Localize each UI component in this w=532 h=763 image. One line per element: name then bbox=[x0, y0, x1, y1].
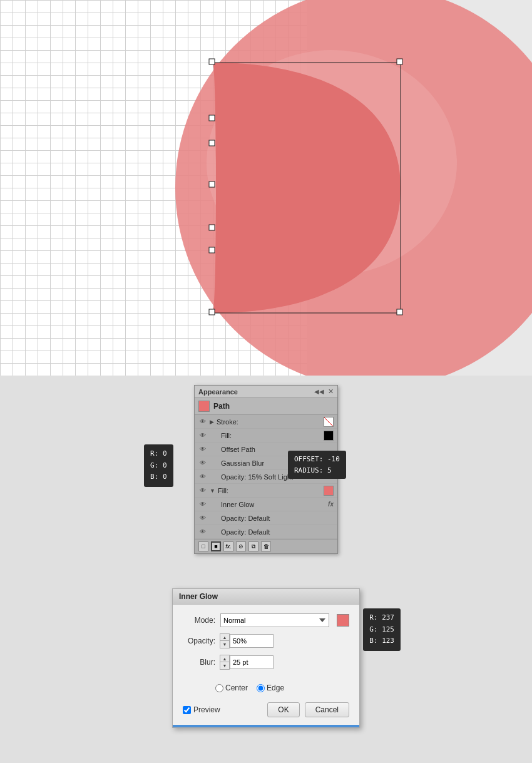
dialog-buttons: OK Cancel bbox=[267, 702, 349, 717]
blur-up[interactable]: ▲ bbox=[220, 655, 229, 662]
svg-rect-8 bbox=[209, 182, 215, 187]
stroke-label: Stroke: bbox=[217, 418, 321, 426]
fill-red-eye-icon[interactable]: 👁 bbox=[198, 486, 207, 495]
opacity-default-2-label[interactable]: Opacity: Default bbox=[221, 528, 334, 536]
blur-row: Blur: ▲ ▼ bbox=[183, 655, 349, 670]
opacity-spinner-arrows[interactable]: ▲ ▼ bbox=[220, 633, 230, 648]
offset-tooltip: OFFSET: -10 RADIUS: 5 bbox=[288, 451, 346, 479]
titlebar-controls: ◀◀ ✕ bbox=[314, 387, 334, 396]
mode-select[interactable]: Normal bbox=[220, 613, 329, 627]
dialog-r: R: 237 bbox=[369, 612, 394, 624]
dialog-body: Mode: Normal R: 237 G: 125 B: 123 Opac bbox=[173, 605, 359, 684]
appearance-bottom-bar: □ ■ fx. ⊘ ⧉ 🗑 bbox=[195, 539, 337, 553]
dialog-rgb-display: R: 237 G: 125 B: 123 bbox=[363, 608, 401, 651]
stroke-eye-icon[interactable]: 👁 bbox=[198, 417, 207, 426]
blur-spinner-arrows[interactable]: ▲ ▼ bbox=[220, 655, 230, 670]
selected-item-icon[interactable]: ■ bbox=[211, 541, 221, 551]
dialog-title: Inner Glow bbox=[179, 592, 218, 601]
opacity-up[interactable]: ▲ bbox=[220, 634, 229, 641]
path-label: Path bbox=[213, 402, 230, 411]
opacity-label: Opacity: bbox=[183, 637, 220, 645]
edge-radio-label[interactable]: Edge bbox=[257, 684, 284, 692]
opacity-spinner: ▲ ▼ bbox=[220, 633, 274, 648]
dialog-titlebar: Inner Glow bbox=[173, 589, 359, 605]
svg-rect-7 bbox=[209, 140, 215, 146]
radio-row: Center Edge bbox=[215, 684, 359, 692]
svg-rect-6 bbox=[209, 115, 215, 121]
fill-red-swatch[interactable] bbox=[324, 486, 334, 496]
appearance-titlebar: Appearance ◀◀ ✕ bbox=[195, 386, 337, 398]
mode-row: Mode: Normal R: 237 G: 125 B: 123 bbox=[183, 613, 349, 627]
svg-rect-12 bbox=[397, 59, 402, 64]
rgb-b-value: B: 0 bbox=[150, 471, 167, 483]
opacity3-eye-icon[interactable]: 👁 bbox=[198, 528, 207, 536]
stroke-row: 👁 ▶ Stroke: bbox=[195, 415, 337, 429]
duplicate-icon[interactable]: ⧉ bbox=[248, 541, 258, 551]
mode-label: Mode: bbox=[183, 616, 220, 625]
opacity2-eye-icon[interactable]: 👁 bbox=[198, 514, 207, 523]
svg-rect-10 bbox=[209, 247, 215, 253]
offset-value: OFFSET: -10 bbox=[294, 454, 340, 465]
dialog-footer: Preview OK Cancel bbox=[173, 700, 359, 725]
fill-label: Fill: bbox=[221, 432, 321, 439]
svg-rect-11 bbox=[209, 309, 215, 315]
blur-input[interactable] bbox=[230, 655, 274, 669]
blur-label: Blur: bbox=[183, 658, 220, 667]
inner-glow-row: 👁 Inner Glow fx bbox=[195, 498, 337, 511]
svg-rect-5 bbox=[209, 59, 215, 64]
gaussian-eye-icon[interactable]: 👁 bbox=[198, 459, 207, 468]
blur-spinner: ▲ ▼ bbox=[220, 655, 274, 670]
stroke-expand[interactable]: ▶ bbox=[210, 419, 214, 425]
rgb-g-value: G: 0 bbox=[150, 460, 167, 472]
fill-black-row: 👁 Fill: bbox=[195, 429, 337, 443]
fx-bottom-icon[interactable]: fx. bbox=[223, 541, 233, 551]
mode-wrapper: Normal R: 237 G: 125 B: 123 bbox=[220, 613, 349, 627]
blur-down[interactable]: ▼ bbox=[220, 662, 229, 669]
svg-rect-9 bbox=[209, 225, 215, 230]
dialog-g: G: 125 bbox=[369, 624, 394, 636]
opacity-default-2-row: 👁 Opacity: Default bbox=[195, 525, 337, 539]
cancel-button[interactable]: Cancel bbox=[305, 702, 349, 717]
rgb-tooltip: R: 0 G: 0 B: 0 bbox=[144, 444, 173, 487]
offset-eye-icon[interactable]: 👁 bbox=[198, 445, 207, 454]
radius-value: RADIUS: 5 bbox=[294, 465, 340, 476]
close-icon[interactable]: ✕ bbox=[328, 387, 334, 396]
fill-red-label: Fill: bbox=[218, 487, 321, 494]
opacity-default-1-row: 👁 Opacity: Default bbox=[195, 511, 337, 525]
canvas-shape bbox=[94, 0, 532, 376]
opacity-down[interactable]: ▼ bbox=[220, 641, 229, 648]
ok-button[interactable]: OK bbox=[267, 702, 299, 717]
center-radio[interactable] bbox=[215, 684, 223, 692]
panels-area: Appearance ◀◀ ✕ Path 👁 ▶ Stroke: 👁 Fill: bbox=[0, 376, 532, 763]
edge-radio[interactable] bbox=[257, 684, 265, 692]
appearance-panel-title: Appearance bbox=[198, 388, 238, 396]
preview-checkbox-label[interactable]: Preview bbox=[183, 705, 220, 714]
fill-red-expand[interactable]: ▼ bbox=[210, 488, 215, 494]
inner-glow-label[interactable]: Inner Glow bbox=[221, 501, 325, 508]
dialog-b: B: 123 bbox=[369, 635, 394, 647]
path-color-swatch[interactable] bbox=[198, 401, 210, 412]
preview-checkbox[interactable] bbox=[183, 706, 191, 714]
opacity-input[interactable] bbox=[230, 634, 274, 648]
svg-rect-13 bbox=[397, 309, 402, 315]
fx-icon: fx bbox=[328, 501, 334, 508]
opacity1-eye-icon[interactable]: 👁 bbox=[198, 473, 207, 481]
stroke-swatch[interactable] bbox=[324, 417, 334, 427]
opacity-row: Opacity: ▲ ▼ bbox=[183, 633, 349, 648]
rgb-r-value: R: 0 bbox=[150, 448, 167, 460]
inner-glow-eye-icon[interactable]: 👁 bbox=[198, 500, 207, 509]
opacity-default-1-label[interactable]: Opacity: Default bbox=[221, 515, 334, 522]
canvas-area bbox=[0, 0, 532, 376]
fill-eye-icon[interactable]: 👁 bbox=[198, 431, 207, 440]
fill-red-row: 👁 ▼ Fill: bbox=[195, 484, 337, 498]
dialog-bottom-bar bbox=[173, 725, 359, 727]
collapse-icon[interactable]: ◀◀ bbox=[314, 388, 324, 395]
color-swatch-dialog[interactable] bbox=[337, 614, 349, 627]
new-item-icon[interactable]: □ bbox=[198, 541, 208, 551]
center-radio-label[interactable]: Center bbox=[215, 684, 248, 692]
path-header-row: Path bbox=[195, 398, 337, 415]
delete-icon[interactable]: 🗑 bbox=[261, 541, 271, 551]
no-icon[interactable]: ⊘ bbox=[236, 541, 246, 551]
inner-glow-dialog: Inner Glow Mode: Normal R: 237 G: 125 B:… bbox=[172, 588, 360, 728]
fill-black-swatch[interactable] bbox=[324, 431, 334, 441]
